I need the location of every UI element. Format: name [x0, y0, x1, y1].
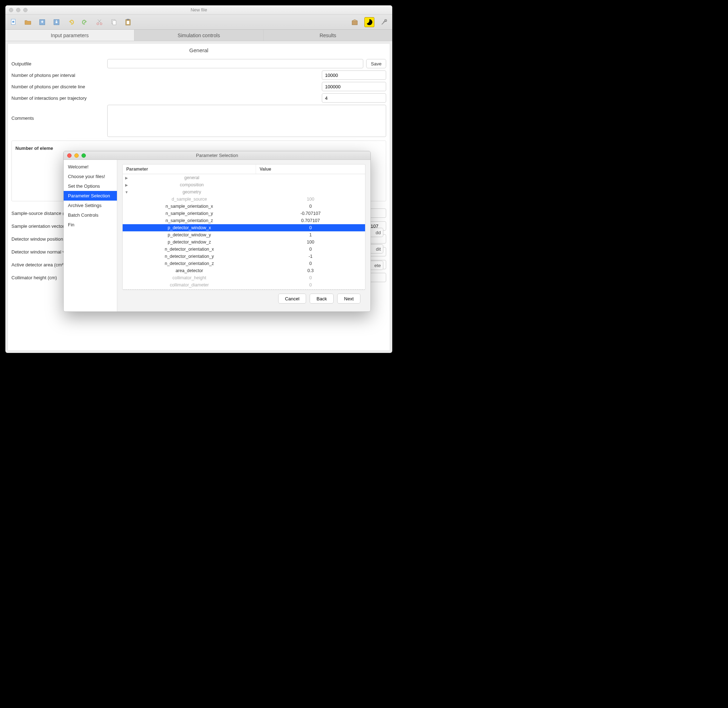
outputfile-input[interactable]: [107, 59, 363, 68]
outputfile-label: Outputfile: [12, 61, 104, 67]
param-row[interactable]: d_sample_source100: [123, 196, 365, 203]
table-body[interactable]: ▶general▶composition▼geometryd_sample_so…: [123, 174, 365, 289]
group-row[interactable]: ▶composition: [123, 181, 365, 189]
photons-line-input[interactable]: [322, 82, 386, 91]
svg-text:+: +: [13, 21, 14, 23]
wizard-step[interactable]: Welcome!: [64, 162, 117, 172]
svg-rect-8: [113, 20, 116, 25]
package-icon[interactable]: [350, 17, 359, 27]
svg-point-6: [100, 23, 102, 25]
wizard-step[interactable]: Set the Options: [64, 181, 117, 191]
dialog-title-bar: Parameter Selection: [64, 151, 370, 160]
param-row[interactable]: n_sample_orientation_x0: [123, 203, 365, 210]
content-area: General Outputfile Save Number of photon…: [7, 43, 390, 351]
tools-icon[interactable]: [379, 17, 389, 27]
paste-icon[interactable]: [123, 17, 133, 27]
copy-icon[interactable]: [109, 17, 118, 27]
next-button[interactable]: Next: [337, 293, 360, 303]
section-title-general: General: [12, 46, 386, 57]
back-button[interactable]: Back: [310, 293, 334, 303]
interactions-label: Number of interactions per trajectory: [12, 96, 104, 101]
svg-point-14: [385, 19, 387, 22]
wizard-steps: Welcome!Choose your files!Set the Option…: [64, 160, 117, 312]
photons-interval-label: Number of photons per interval: [12, 73, 104, 78]
window-controls: [5, 8, 28, 12]
redo-icon[interactable]: [80, 17, 90, 27]
wizard-step[interactable]: Parameter Selection: [64, 191, 117, 200]
toolbar: +: [5, 15, 392, 30]
new-file-icon[interactable]: +: [9, 17, 18, 27]
param-row[interactable]: p_detector_window_z100: [123, 238, 365, 246]
wizard-step[interactable]: Choose your files!: [64, 172, 117, 181]
group-row[interactable]: ▼geometry: [123, 189, 365, 196]
param-row[interactable]: n_detector_orientation_y-1: [123, 253, 365, 260]
param-row[interactable]: p_detector_window_y1: [123, 231, 365, 238]
svg-point-5: [97, 23, 99, 25]
comments-label: Comments: [12, 105, 104, 121]
window-title: New file: [5, 7, 392, 13]
main-window: New file + Input parameters Simulation c…: [5, 5, 392, 353]
saveas-icon[interactable]: [52, 17, 61, 27]
comments-textarea[interactable]: [107, 105, 386, 137]
wizard-step[interactable]: Archive Settings: [64, 200, 117, 210]
cut-icon[interactable]: [95, 17, 104, 27]
parameter-selection-dialog: Parameter Selection Welcome!Choose your …: [63, 151, 371, 312]
zoom-icon[interactable]: [23, 8, 28, 12]
group-row[interactable]: ▶general: [123, 174, 365, 181]
interactions-input[interactable]: [322, 93, 386, 103]
minimize-icon[interactable]: [74, 154, 79, 158]
close-icon[interactable]: [9, 8, 13, 12]
photons-line-label: Number of photons per discrete line: [12, 84, 104, 89]
chevron-down-icon[interactable]: ▼: [125, 190, 128, 194]
undo-icon[interactable]: [66, 17, 75, 27]
svg-rect-12: [352, 21, 358, 25]
radiation-icon[interactable]: [364, 17, 374, 27]
parameter-table: Parameter Value ▶general▶composition▼geo…: [122, 164, 365, 290]
title-bar: New file: [5, 5, 392, 15]
tab-bar: Input parameters Simulation controls Res…: [5, 30, 392, 41]
photons-interval-input[interactable]: [322, 70, 386, 80]
param-row[interactable]: area_detector0.3: [123, 267, 365, 274]
param-row[interactable]: collimator_height0: [123, 274, 365, 281]
param-row[interactable]: n_sample_orientation_z0.707107: [123, 217, 365, 224]
col-value[interactable]: Value: [256, 164, 365, 174]
param-row[interactable]: collimator_diameter0: [123, 281, 365, 289]
col-parameter[interactable]: Parameter: [123, 164, 256, 174]
param-row[interactable]: p_detector_window_x0: [123, 224, 365, 231]
param-row[interactable]: n_detector_orientation_x0: [123, 246, 365, 253]
svg-rect-10: [126, 19, 129, 20]
wizard-step[interactable]: Fin: [64, 220, 117, 229]
wizard-step[interactable]: Batch Controls: [64, 210, 117, 220]
save-button[interactable]: Save: [366, 59, 386, 68]
tab-simulation-controls[interactable]: Simulation controls: [135, 30, 264, 41]
svg-rect-11: [126, 21, 129, 24]
chevron-right-icon[interactable]: ▶: [125, 183, 128, 187]
dialog-title: Parameter Selection: [64, 153, 370, 158]
tab-input-parameters[interactable]: Input parameters: [5, 30, 135, 41]
close-icon[interactable]: [67, 154, 71, 158]
chevron-right-icon[interactable]: ▶: [125, 176, 128, 180]
save-icon[interactable]: [38, 17, 47, 27]
minimize-icon[interactable]: [16, 8, 20, 12]
param-row[interactable]: n_detector_orientation_z0: [123, 260, 365, 267]
open-folder-icon[interactable]: [23, 17, 33, 27]
cancel-button[interactable]: Cancel: [278, 293, 306, 303]
param-row[interactable]: n_sample_orientation_y-0.707107: [123, 210, 365, 217]
zoom-icon[interactable]: [81, 154, 86, 158]
tab-results[interactable]: Results: [264, 30, 392, 41]
